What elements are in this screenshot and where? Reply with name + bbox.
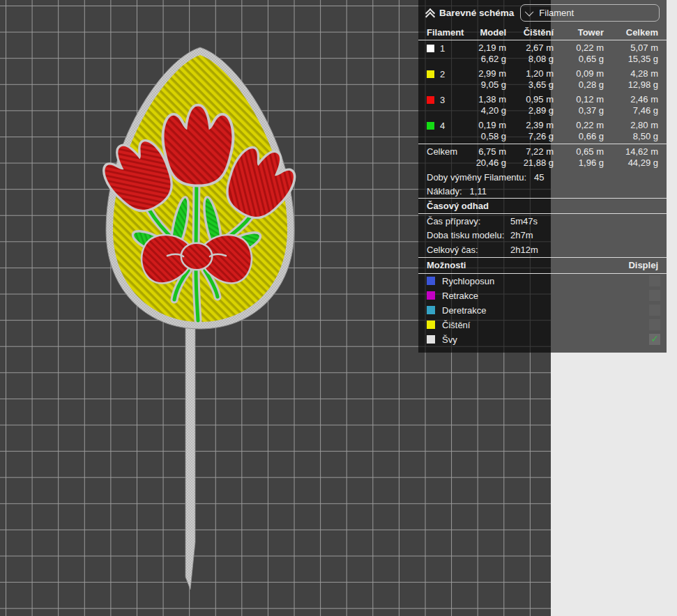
filament-color-swatch [427, 70, 434, 78]
prep-time-value: 5m47s [510, 216, 658, 226]
options-title: Možnosti [427, 260, 466, 270]
total-time-value: 2h12m [510, 245, 658, 255]
time-row: Doba tisku modelu: 2h7m [418, 229, 667, 243]
option-color-swatch [427, 335, 435, 344]
printed-model[interactable] [96, 47, 302, 590]
filament-color-swatch [427, 45, 434, 52]
cost-value: 1,11 [470, 186, 487, 197]
display-checkbox-deretrakce[interactable] [649, 305, 660, 316]
option-row-svy: Švy [418, 332, 667, 347]
option-row-deretrakce: Deretrakce [418, 303, 667, 318]
table-row: 1 2,19 m6,62 g 2,67 m8,08 g 0,22 m0,65 g… [418, 40, 667, 66]
option-color-swatch [427, 306, 435, 314]
display-checkbox-svy[interactable] [649, 334, 660, 345]
filament-color-swatch [427, 122, 434, 130]
slicer-preview-screen: { "panel": { "title": "Barevné schéma", … [0, 0, 677, 616]
display-column-label: Displej [628, 260, 658, 270]
table-row: 4 0,19 m0,58 g 2,39 m7,26 g 0,22 m0,66 g… [418, 118, 667, 144]
display-checkbox-retrakce[interactable] [649, 290, 660, 301]
table-header-row: Filament Model Čištění Tower Celkem [418, 25, 667, 40]
filament-changes-row: Doby výměny Filamentu: 45 [418, 170, 667, 184]
options-header: Možnosti Displej [418, 258, 667, 273]
option-row-retrakce: Retrakce [418, 288, 667, 303]
table-total-row: Celkem 6,75 m20,46 g 7,22 m21,88 g 0,65 … [418, 144, 667, 170]
table-row: 3 1,38 m4,20 g 0,95 m2,89 g 0,12 m0,37 g… [418, 92, 667, 118]
option-color-swatch [427, 291, 435, 300]
display-checkbox-cisteni[interactable] [649, 319, 660, 330]
time-estimate-title: Časový odhad [418, 199, 667, 213]
option-row-rychloposun: Rychloposun [418, 274, 667, 288]
color-scheme-panel: Barevné schéma Filament Filament Model Č… [418, 0, 667, 353]
panel-title: Barevné schéma [439, 8, 514, 18]
panel-header: Barevné schéma Filament [418, 0, 667, 25]
chevron-down-icon [525, 7, 534, 16]
collapse-panel-icon[interactable] [427, 10, 433, 16]
time-row: Celkový čas: 2h12m [418, 242, 667, 257]
model-print-time-value: 2h7m [510, 230, 658, 240]
option-row-cisteni: Čištění [418, 318, 667, 332]
view-mode-value: Filament [539, 8, 574, 18]
model-stick [185, 326, 195, 590]
option-color-swatch [427, 277, 435, 285]
filament-changes-value: 45 [534, 172, 544, 183]
filament-color-swatch [427, 96, 434, 104]
cost-row: Náklady: 1,11 [418, 184, 667, 198]
time-row: Čas přípravy: 5m47s [418, 214, 667, 229]
option-color-swatch [427, 321, 435, 329]
view-mode-dropdown[interactable]: Filament [520, 4, 660, 22]
table-row: 2 2,99 m9,05 g 1,20 m3,65 g 0,09 m0,28 g… [418, 66, 667, 92]
display-checkbox-rychloposun[interactable] [649, 275, 660, 286]
